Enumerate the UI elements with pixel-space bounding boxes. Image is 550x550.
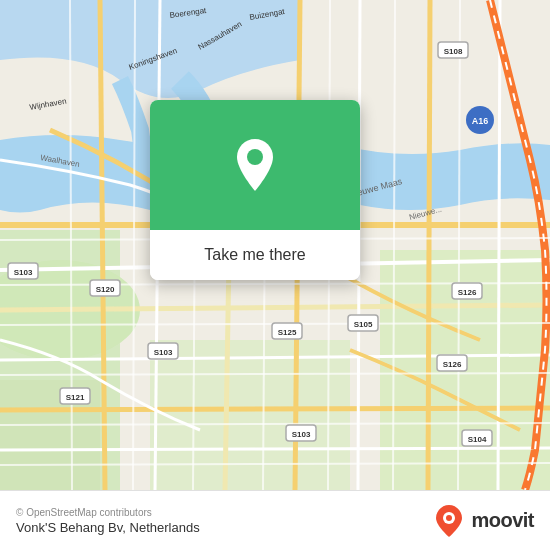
svg-line-19 xyxy=(498,0,500,490)
svg-text:S108: S108 xyxy=(444,47,463,56)
svg-text:S103: S103 xyxy=(292,430,311,439)
svg-text:S120: S120 xyxy=(96,285,115,294)
moovit-brand-text: moovit xyxy=(471,509,534,532)
svg-line-18 xyxy=(428,0,430,490)
svg-line-12 xyxy=(0,448,550,450)
svg-point-67 xyxy=(446,515,452,521)
take-me-there-button[interactable]: Take me there xyxy=(150,230,360,280)
svg-text:S103: S103 xyxy=(14,268,33,277)
svg-text:S126: S126 xyxy=(458,288,477,297)
svg-text:S125: S125 xyxy=(278,328,297,337)
svg-text:S104: S104 xyxy=(468,435,487,444)
location-pin-icon xyxy=(230,135,280,195)
popup-green-header xyxy=(150,100,360,230)
svg-rect-4 xyxy=(150,340,350,490)
svg-point-65 xyxy=(247,149,263,165)
map-container: Nieuwe Maas Nieuwe... Waalhaven Nassauha… xyxy=(0,0,550,490)
moovit-pin-icon xyxy=(433,503,465,539)
svg-text:A16: A16 xyxy=(472,116,489,126)
location-name-text: Vonk'S Behang Bv, Netherlands xyxy=(16,520,200,535)
svg-text:S103: S103 xyxy=(154,348,173,357)
attribution-text: © OpenStreetMap contributors xyxy=(16,507,200,518)
svg-text:S105: S105 xyxy=(354,320,373,329)
footer-left: © OpenStreetMap contributors Vonk'S Beha… xyxy=(16,507,200,535)
svg-text:S121: S121 xyxy=(66,393,85,402)
svg-line-11 xyxy=(0,408,550,410)
popup-card: Take me there xyxy=(150,100,360,280)
svg-text:S126: S126 xyxy=(443,360,462,369)
moovit-logo: moovit xyxy=(433,503,534,539)
footer: © OpenStreetMap contributors Vonk'S Beha… xyxy=(0,490,550,550)
